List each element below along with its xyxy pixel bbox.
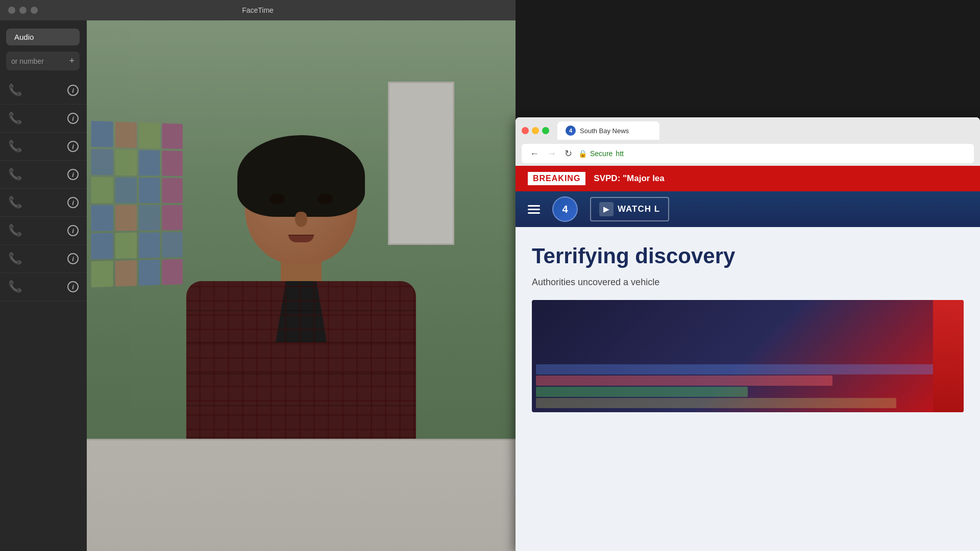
eye-left bbox=[270, 194, 285, 204]
nose bbox=[295, 212, 307, 227]
reload-button[interactable]: ↻ bbox=[562, 146, 574, 161]
contact-left: 📞 bbox=[8, 224, 22, 237]
info-icon[interactable]: i bbox=[67, 197, 79, 208]
info-icon[interactable]: i bbox=[67, 169, 79, 180]
browser-toolbar: ← → ↻ 🔒 Secure htt bbox=[522, 144, 974, 163]
hamburger-line bbox=[528, 212, 540, 214]
breaking-text: SVPD: "Major lea bbox=[594, 173, 664, 184]
phone-icon: 📞 bbox=[8, 168, 22, 181]
photo bbox=[139, 205, 160, 231]
info-icon[interactable]: i bbox=[67, 281, 79, 292]
person-face bbox=[255, 168, 347, 254]
contact-left: 📞 bbox=[8, 280, 22, 293]
contact-item[interactable]: 📞 i bbox=[0, 245, 87, 273]
maximize-dot[interactable] bbox=[19, 7, 27, 14]
contact-left: 📞 bbox=[8, 112, 22, 125]
watch-live-button[interactable]: ▶ WATCH L bbox=[590, 197, 669, 221]
info-icon[interactable]: i bbox=[67, 253, 79, 264]
info-icon[interactable]: i bbox=[67, 141, 79, 152]
info-icon[interactable]: i bbox=[67, 225, 79, 236]
photo bbox=[115, 205, 137, 231]
secure-lock-icon: 🔒 bbox=[578, 149, 587, 158]
phone-icon: 📞 bbox=[8, 196, 22, 209]
thumb-bar bbox=[536, 364, 960, 374]
contact-list: 📞 i 📞 i 📞 i 📞 i bbox=[0, 77, 87, 301]
contact-item[interactable]: 📞 i bbox=[0, 77, 87, 105]
window-controls bbox=[8, 7, 38, 14]
person-head bbox=[245, 143, 357, 264]
photo bbox=[115, 149, 137, 176]
photo-collage bbox=[91, 121, 183, 287]
search-placeholder-text: or number bbox=[11, 57, 44, 65]
browser-traffic-lights bbox=[522, 127, 549, 134]
browser-close-button[interactable] bbox=[522, 127, 529, 134]
play-icon: ▶ bbox=[599, 202, 614, 216]
hamburger-line bbox=[528, 209, 540, 210]
add-contact-icon[interactable]: + bbox=[69, 56, 75, 66]
photo bbox=[115, 121, 137, 148]
contact-left: 📞 bbox=[8, 140, 22, 153]
facetime-titlebar: FaceTime bbox=[0, 0, 516, 20]
contact-item[interactable]: 📞 i bbox=[0, 189, 87, 217]
photo bbox=[91, 121, 113, 147]
contact-item[interactable]: 📞 i bbox=[0, 273, 87, 301]
thumbnail-content bbox=[532, 300, 964, 412]
contact-left: 📞 bbox=[8, 252, 22, 265]
phone-icon: 📞 bbox=[8, 252, 22, 265]
contact-left: 📞 bbox=[8, 196, 22, 209]
browser-window: 4 South Bay News ← → ↻ 🔒 Secure htt BREA… bbox=[516, 117, 980, 551]
browser-tab[interactable]: 4 South Bay News bbox=[557, 121, 659, 140]
url-text: htt bbox=[616, 149, 624, 158]
app-title: FaceTime bbox=[242, 6, 274, 14]
audio-button[interactable]: Audio bbox=[6, 29, 80, 45]
facetime-window: FaceTime Audio or number + 📞 i 📞 i bbox=[0, 0, 516, 551]
thumb-bar bbox=[536, 387, 748, 397]
search-bar-container: or number + bbox=[6, 52, 80, 70]
news-subheadline: Authorities uncovered a vehicle bbox=[532, 277, 964, 288]
news-thumbnail bbox=[532, 300, 964, 412]
forward-button[interactable]: → bbox=[545, 146, 558, 161]
breaking-news-bar: BREAKING SVPD: "Major lea bbox=[516, 166, 980, 191]
tab-bar: 4 South Bay News bbox=[522, 121, 974, 140]
mouth bbox=[288, 235, 314, 242]
photo bbox=[115, 260, 137, 287]
thumb-bar bbox=[536, 375, 832, 386]
contact-item[interactable]: 📞 i bbox=[0, 161, 87, 189]
minimize-dot[interactable] bbox=[8, 7, 15, 14]
bed-area bbox=[87, 439, 516, 551]
photo bbox=[91, 149, 113, 176]
close-dot[interactable] bbox=[31, 7, 38, 14]
photo bbox=[91, 205, 113, 231]
photo bbox=[91, 177, 113, 203]
tab-favicon-text: 4 bbox=[569, 128, 572, 134]
phone-icon: 📞 bbox=[8, 224, 22, 237]
phone-icon: 📞 bbox=[8, 84, 22, 97]
photo bbox=[139, 178, 160, 203]
photo bbox=[115, 233, 137, 259]
contact-item[interactable]: 📞 i bbox=[0, 133, 87, 161]
facetime-sidebar: Audio or number + 📞 i 📞 i 📞 bbox=[0, 20, 87, 551]
contact-item[interactable]: 📞 i bbox=[0, 217, 87, 245]
photo bbox=[91, 261, 113, 287]
browser-chrome: 4 South Bay News ← → ↻ 🔒 Secure htt bbox=[516, 117, 980, 166]
hamburger-line bbox=[528, 205, 540, 207]
photo bbox=[91, 233, 113, 260]
info-icon[interactable]: i bbox=[67, 113, 79, 124]
hamburger-menu[interactable] bbox=[528, 205, 540, 214]
tab-title: South Bay News bbox=[580, 127, 629, 135]
back-button[interactable]: ← bbox=[528, 146, 541, 161]
browser-minimize-button[interactable] bbox=[532, 127, 539, 134]
news-content: BREAKING SVPD: "Major lea 4 ▶ WATCH L Te… bbox=[516, 166, 980, 551]
news-nav: 4 ▶ WATCH L bbox=[516, 191, 980, 227]
browser-maximize-button[interactable] bbox=[542, 127, 549, 134]
photo bbox=[139, 150, 160, 176]
address-bar[interactable]: 🔒 Secure htt bbox=[578, 149, 968, 158]
channel-logo: 4 bbox=[552, 196, 578, 222]
photo bbox=[139, 122, 160, 148]
news-headline: Terrifying discovery bbox=[532, 243, 964, 269]
contact-item[interactable]: 📞 i bbox=[0, 105, 87, 133]
info-icon[interactable]: i bbox=[67, 85, 79, 96]
thumb-bar bbox=[536, 398, 896, 408]
photo bbox=[115, 177, 137, 203]
tab-favicon: 4 bbox=[566, 126, 576, 136]
